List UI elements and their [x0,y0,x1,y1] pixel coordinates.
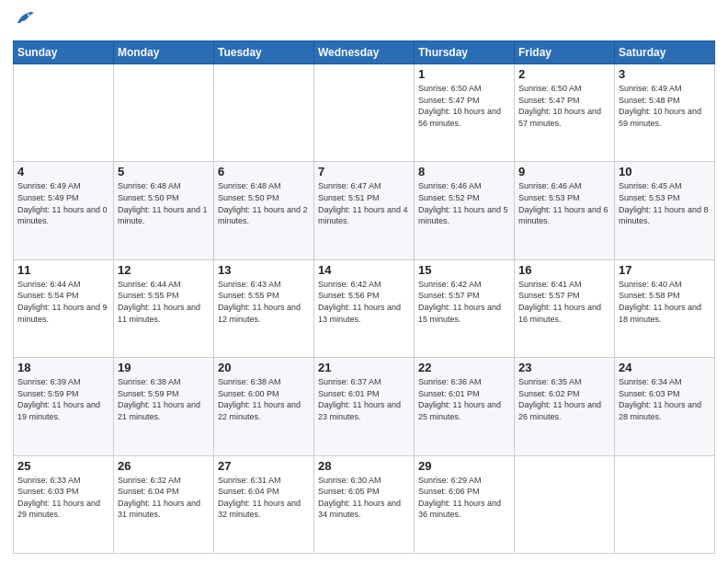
calendar-cell: 6Sunrise: 6:48 AM Sunset: 5:50 PM Daylig… [214,162,314,259]
day-info: Sunrise: 6:38 AM Sunset: 6:00 PM Dayligh… [218,376,310,422]
day-number: 23 [518,361,610,374]
calendar-cell: 25Sunrise: 6:33 AM Sunset: 6:03 PM Dayli… [14,455,114,553]
day-number: 11 [17,263,109,277]
day-number: 28 [318,459,410,473]
calendar-cell: 29Sunrise: 6:29 AM Sunset: 6:06 PM Dayli… [415,455,515,553]
day-number: 25 [17,459,109,473]
day-number: 20 [218,361,310,374]
calendar-week-row: 25Sunrise: 6:33 AM Sunset: 6:03 PM Dayli… [14,455,715,553]
day-info: Sunrise: 6:36 AM Sunset: 6:01 PM Dayligh… [418,376,510,422]
calendar-cell: 10Sunrise: 6:45 AM Sunset: 5:53 PM Dayli… [615,162,715,259]
day-info: Sunrise: 6:38 AM Sunset: 5:59 PM Dayligh… [118,376,210,422]
day-of-week-header: Wednesday [314,41,415,64]
day-number: 22 [418,361,510,374]
day-info: Sunrise: 6:29 AM Sunset: 6:06 PM Dayligh… [418,475,510,521]
calendar-cell: 18Sunrise: 6:39 AM Sunset: 5:59 PM Dayli… [14,358,114,455]
day-info: Sunrise: 6:30 AM Sunset: 6:05 PM Dayligh… [318,475,410,521]
day-info: Sunrise: 6:39 AM Sunset: 5:59 PM Dayligh… [17,376,109,422]
day-number: 9 [518,165,610,178]
calendar-week-row: 4Sunrise: 6:49 AM Sunset: 5:49 PM Daylig… [14,162,715,259]
day-number: 15 [418,263,510,277]
calendar-cell: 4Sunrise: 6:49 AM Sunset: 5:49 PM Daylig… [14,162,114,259]
day-info: Sunrise: 6:44 AM Sunset: 5:55 PM Dayligh… [118,279,210,325]
day-number: 16 [518,263,610,277]
day-of-week-header: Monday [114,41,214,64]
logo-bird-icon [15,9,35,29]
calendar-cell: 5Sunrise: 6:48 AM Sunset: 5:50 PM Daylig… [114,162,214,259]
day-number: 29 [418,459,510,473]
day-number: 13 [218,263,310,277]
calendar-cell [14,64,114,162]
day-info: Sunrise: 6:31 AM Sunset: 6:04 PM Dayligh… [218,475,310,521]
day-number: 27 [218,459,310,473]
day-number: 24 [619,361,711,374]
calendar-cell: 22Sunrise: 6:36 AM Sunset: 6:01 PM Dayli… [415,358,515,455]
day-info: Sunrise: 6:50 AM Sunset: 5:47 PM Dayligh… [518,83,610,129]
day-of-week-header: Saturday [615,41,715,64]
calendar-cell: 24Sunrise: 6:34 AM Sunset: 6:03 PM Dayli… [615,358,715,455]
day-info: Sunrise: 6:49 AM Sunset: 5:49 PM Dayligh… [17,180,109,226]
calendar-cell [214,64,314,162]
day-info: Sunrise: 6:41 AM Sunset: 5:57 PM Dayligh… [518,279,610,325]
day-info: Sunrise: 6:32 AM Sunset: 6:04 PM Dayligh… [118,475,210,521]
calendar-cell: 2Sunrise: 6:50 AM Sunset: 5:47 PM Daylig… [515,64,615,162]
day-info: Sunrise: 6:46 AM Sunset: 5:53 PM Dayligh… [518,180,610,226]
day-number: 7 [318,165,410,178]
calendar-cell [615,455,715,553]
calendar-cell: 15Sunrise: 6:42 AM Sunset: 5:57 PM Dayli… [415,259,515,357]
calendar-cell: 11Sunrise: 6:44 AM Sunset: 5:54 PM Dayli… [14,259,114,357]
day-info: Sunrise: 6:33 AM Sunset: 6:03 PM Dayligh… [17,475,109,521]
calendar-table: SundayMondayTuesdayWednesdayThursdayFrid… [13,40,715,554]
calendar-cell: 23Sunrise: 6:35 AM Sunset: 6:02 PM Dayli… [515,358,615,455]
day-info: Sunrise: 6:50 AM Sunset: 5:47 PM Dayligh… [418,83,510,129]
calendar-cell: 8Sunrise: 6:46 AM Sunset: 5:52 PM Daylig… [415,162,515,259]
logo [13,9,35,33]
day-number: 21 [318,361,410,374]
calendar-week-row: 1Sunrise: 6:50 AM Sunset: 5:47 PM Daylig… [14,64,715,162]
calendar-cell: 12Sunrise: 6:44 AM Sunset: 5:55 PM Dayli… [114,259,214,357]
day-info: Sunrise: 6:34 AM Sunset: 6:03 PM Dayligh… [619,376,711,422]
day-number: 19 [118,361,210,374]
calendar-cell: 16Sunrise: 6:41 AM Sunset: 5:57 PM Dayli… [515,259,615,357]
day-number: 8 [418,165,510,178]
day-number: 17 [619,263,711,277]
day-number: 12 [118,263,210,277]
day-info: Sunrise: 6:42 AM Sunset: 5:56 PM Dayligh… [318,279,410,325]
day-info: Sunrise: 6:48 AM Sunset: 5:50 PM Dayligh… [218,180,310,226]
calendar-cell: 14Sunrise: 6:42 AM Sunset: 5:56 PM Dayli… [314,259,415,357]
day-number: 1 [418,67,510,81]
day-number: 26 [118,459,210,473]
page: SundayMondayTuesdayWednesdayThursdayFrid… [0,0,728,563]
calendar-cell: 9Sunrise: 6:46 AM Sunset: 5:53 PM Daylig… [515,162,615,259]
day-info: Sunrise: 6:44 AM Sunset: 5:54 PM Dayligh… [17,279,109,325]
day-info: Sunrise: 6:42 AM Sunset: 5:57 PM Dayligh… [418,279,510,325]
calendar-cell [515,455,615,553]
calendar-cell: 17Sunrise: 6:40 AM Sunset: 5:58 PM Dayli… [615,259,715,357]
calendar-cell [314,64,415,162]
calendar-cell: 19Sunrise: 6:38 AM Sunset: 5:59 PM Dayli… [114,358,214,455]
day-number: 4 [17,165,109,178]
calendar-cell: 27Sunrise: 6:31 AM Sunset: 6:04 PM Dayli… [214,455,314,553]
calendar-cell: 7Sunrise: 6:47 AM Sunset: 5:51 PM Daylig… [314,162,415,259]
day-of-week-header: Friday [515,41,615,64]
calendar-cell: 28Sunrise: 6:30 AM Sunset: 6:05 PM Dayli… [314,455,415,553]
calendar-cell: 21Sunrise: 6:37 AM Sunset: 6:01 PM Dayli… [314,358,415,455]
day-of-week-header: Thursday [415,41,515,64]
calendar-cell: 3Sunrise: 6:49 AM Sunset: 5:48 PM Daylig… [615,64,715,162]
day-of-week-header: Tuesday [214,41,314,64]
calendar-cell [114,64,214,162]
calendar-week-row: 18Sunrise: 6:39 AM Sunset: 5:59 PM Dayli… [14,358,715,455]
day-info: Sunrise: 6:37 AM Sunset: 6:01 PM Dayligh… [318,376,410,422]
calendar-cell: 13Sunrise: 6:43 AM Sunset: 5:55 PM Dayli… [214,259,314,357]
day-info: Sunrise: 6:47 AM Sunset: 5:51 PM Dayligh… [318,180,410,226]
day-number: 3 [619,67,711,81]
day-info: Sunrise: 6:48 AM Sunset: 5:50 PM Dayligh… [118,180,210,226]
day-number: 14 [318,263,410,277]
day-info: Sunrise: 6:40 AM Sunset: 5:58 PM Dayligh… [619,279,711,325]
calendar-week-row: 11Sunrise: 6:44 AM Sunset: 5:54 PM Dayli… [14,259,715,357]
day-number: 2 [518,67,610,81]
day-info: Sunrise: 6:45 AM Sunset: 5:53 PM Dayligh… [619,180,711,226]
day-info: Sunrise: 6:35 AM Sunset: 6:02 PM Dayligh… [518,376,610,422]
day-info: Sunrise: 6:49 AM Sunset: 5:48 PM Dayligh… [619,83,711,129]
calendar-cell: 20Sunrise: 6:38 AM Sunset: 6:00 PM Dayli… [214,358,314,455]
